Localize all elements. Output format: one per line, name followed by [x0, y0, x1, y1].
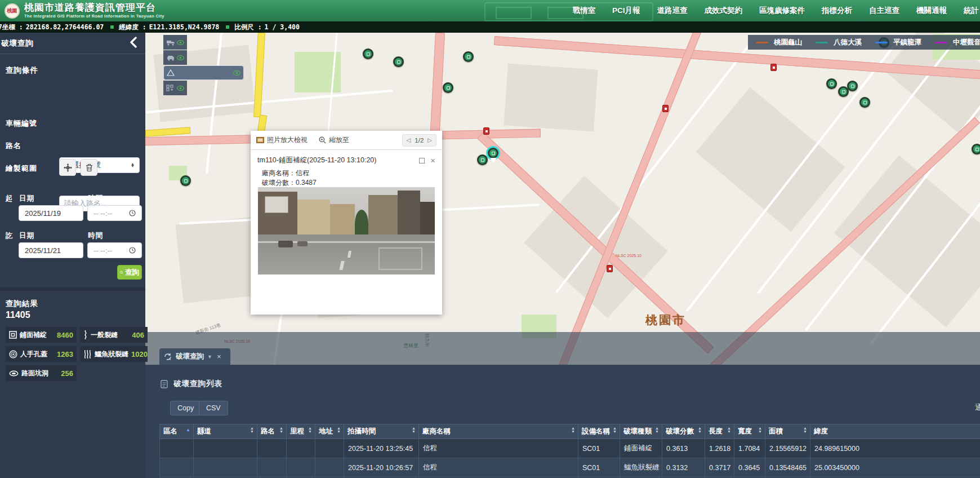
trash-icon: [86, 163, 93, 172]
from-date-input[interactable]: 2025/11/19: [19, 205, 83, 221]
map-marker-poi-red[interactable]: [483, 127, 489, 135]
nav-item-9[interactable]: 統計: [964, 6, 979, 16]
from-time-input[interactable]: -- --:--: [87, 205, 142, 221]
column-header-11[interactable]: 長度▲▼: [705, 424, 734, 439]
stat-manhole[interactable]: 人手孔蓋1263: [6, 346, 77, 362]
coordinate-statusbar: 7坐標 : 282168.82,2764466.07 經緯度 : E121.31…: [0, 21, 980, 33]
map-marker-damage[interactable]: [826, 78, 837, 89]
stat-crack[interactable]: 一般裂縫406: [80, 327, 148, 343]
column-header-3[interactable]: 路名▲▼: [257, 424, 287, 439]
column-header-14[interactable]: 緯度▲▼: [810, 424, 980, 439]
sort-icon[interactable]: ▲▼: [727, 427, 731, 433]
legend-item: 中壢觀音: [935, 38, 980, 47]
damage-query-panel-tab[interactable]: 破壞查詢 ▼ ×: [159, 348, 230, 365]
pager-next-icon[interactable]: ▷: [427, 137, 432, 143]
nav-item-8[interactable]: 機關通報: [916, 6, 947, 16]
map-marker-poi-red[interactable]: [770, 64, 777, 71]
street-photo[interactable]: [258, 187, 435, 275]
sort-icon[interactable]: ▲▼: [279, 427, 283, 433]
nav-item-7[interactable]: 自主巡查: [869, 6, 899, 16]
sort-icon[interactable]: ▲▼: [613, 427, 617, 433]
to-time-input[interactable]: -- --:--: [87, 242, 142, 258]
column-header-2[interactable]: 縣道▲▼: [194, 424, 257, 439]
road-label: 路名: [6, 141, 21, 151]
column-header-7[interactable]: 廠商名稱▲▼: [419, 424, 578, 439]
sort-icon[interactable]: ▲▼: [571, 427, 575, 433]
map-marker-poi-red[interactable]: [607, 265, 613, 272]
separator-dot: [226, 25, 229, 29]
damage-query-sidebar: 破壞查詢 查詢條件 車輛編號 請選擇編號 ▲▼ 路名 請輸入路名... 繪製範圍…: [0, 33, 145, 478]
column-header-6[interactable]: 拍攝時間▲▼: [344, 424, 419, 439]
layer-truck-button[interactable]: [163, 35, 187, 50]
map-marker-damage[interactable]: [393, 56, 404, 67]
coord-label: 7坐標 :: [0, 23, 23, 32]
nav-item-2[interactable]: PCI月報: [612, 6, 640, 16]
map-marker-selected[interactable]: [488, 148, 498, 158]
column-header-4[interactable]: 里程▲▼: [287, 424, 315, 439]
column-header-10[interactable]: 破壞分數▲▼: [662, 424, 705, 439]
map-marker-poi-red[interactable]: [662, 105, 669, 112]
to-date-label: 日期: [19, 231, 34, 241]
zoom-to-tool[interactable]: 縮放至: [319, 135, 349, 145]
clear-range-button[interactable]: [81, 159, 97, 176]
legend-label: 桃園龜山: [774, 38, 802, 47]
sort-asc-icon[interactable]: ▲: [186, 428, 190, 432]
photo-enlarge-tool[interactable]: 照片放大檢視: [256, 135, 308, 145]
district-legend: 桃園龜山八德大溪平鎮龍潭中壢觀音: [748, 35, 980, 50]
column-header-12[interactable]: 寬度▲▼: [734, 424, 765, 439]
nav-item-4[interactable]: 成效式契約: [705, 6, 743, 16]
sort-icon[interactable]: ▲▼: [698, 427, 702, 433]
table-row[interactable]: 2025-11-20 10:26:57信程SC01鱷魚狀裂縫0.31320.37…: [160, 458, 980, 477]
table-cell: [257, 439, 287, 458]
map-marker-damage[interactable]: [847, 81, 858, 91]
eye-visible-icon[interactable]: [233, 70, 240, 76]
popup-maximize-icon[interactable]: [419, 158, 425, 163]
eye-visible-icon[interactable]: [177, 86, 184, 91]
column-header-1[interactable]: 區名▲: [160, 424, 194, 439]
stat-pothole[interactable]: 路面坑洞256: [6, 365, 77, 381]
map-marker-damage[interactable]: [363, 48, 373, 59]
layer-car-button[interactable]: [163, 50, 187, 65]
panel-tab-close-icon[interactable]: ×: [217, 352, 221, 361]
copy-button[interactable]: Copy: [170, 401, 201, 415]
sort-icon[interactable]: ▲▼: [250, 427, 254, 433]
map-marker-damage[interactable]: [477, 154, 488, 165]
nav-item-5[interactable]: 區塊歲修案件: [759, 6, 805, 16]
layer-grid-button[interactable]: [163, 81, 187, 95]
table-row[interactable]: 2025-11-20 13:25:45信程SC01鋪面補綻0.36131.261…: [160, 439, 980, 458]
draw-range-button[interactable]: [59, 159, 76, 176]
popup-close-icon[interactable]: ×: [430, 158, 435, 163]
sort-icon[interactable]: ▲▼: [803, 427, 807, 433]
panel-tab-caret-icon[interactable]: ▼: [207, 354, 212, 360]
map-marker-damage[interactable]: [972, 144, 980, 154]
csv-button[interactable]: CSV: [199, 401, 228, 415]
stat-alligator-crack[interactable]: 鱷魚狀裂縫1020: [80, 346, 148, 362]
sort-icon[interactable]: ▲▼: [412, 427, 416, 433]
legend-line-icon: [875, 42, 888, 43]
map-marker-damage[interactable]: [859, 97, 870, 108]
layer-damage-button[interactable]: [163, 65, 244, 80]
sort-icon[interactable]: ▲▼: [758, 427, 762, 433]
column-header-13[interactable]: 面積▲▼: [765, 424, 810, 439]
column-header-8[interactable]: 設備名稱▲▼: [578, 424, 620, 439]
sort-icon[interactable]: ▲▼: [308, 427, 312, 433]
map-marker-damage[interactable]: [180, 175, 191, 186]
map-marker-damage[interactable]: [463, 51, 474, 62]
column-header-5[interactable]: 地址▲▼: [315, 424, 344, 439]
nav-item-1[interactable]: 戰情室: [572, 6, 595, 16]
patch-icon: [9, 331, 17, 339]
to-date-input[interactable]: 2025/11/21: [19, 242, 83, 258]
column-header-9[interactable]: 破壞種類▲▼: [620, 424, 662, 439]
sort-icon[interactable]: ▲▼: [655, 427, 659, 433]
eye-visible-icon[interactable]: [177, 40, 184, 45]
search-button[interactable]: 查詢: [117, 265, 142, 280]
nav-item-6[interactable]: 指標分析: [822, 6, 852, 16]
eye-visible-icon[interactable]: [177, 55, 184, 60]
pager-prev-icon[interactable]: ◁: [407, 137, 411, 143]
map-marker-damage[interactable]: [443, 82, 453, 93]
nav-item-3[interactable]: 道路巡查: [657, 6, 688, 16]
stat-patch[interactable]: 鋪面補綻8460: [6, 327, 77, 343]
crack-icon: [83, 330, 88, 339]
sort-icon[interactable]: ▲▼: [337, 427, 341, 433]
sidebar-collapse-chevron-icon[interactable]: [130, 37, 141, 49]
